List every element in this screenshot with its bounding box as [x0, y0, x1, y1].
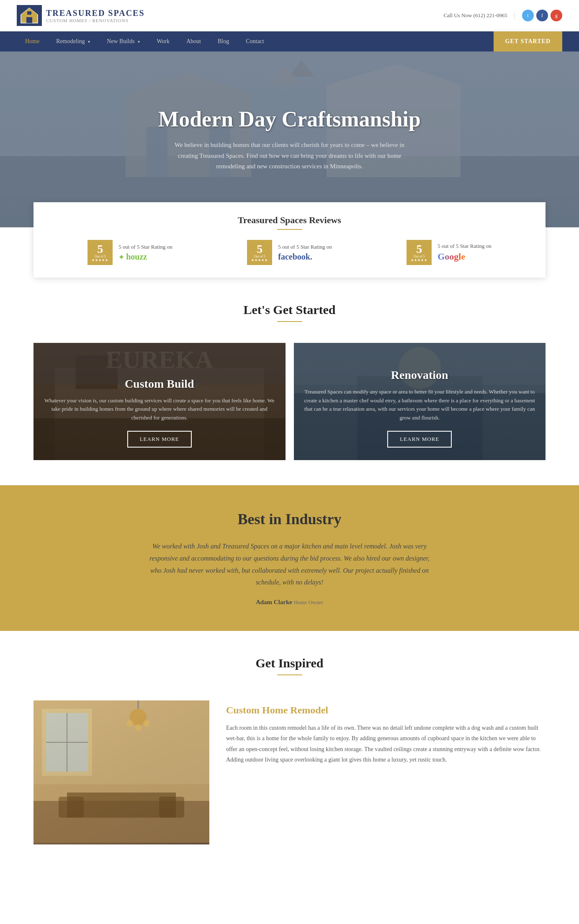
houzz-stars: ★★★★★: [92, 258, 108, 262]
best-in-industry-title: Best in Industry: [50, 510, 529, 528]
inspired-title-area: Get Inspired: [33, 656, 546, 688]
svg-rect-1: [26, 17, 32, 23]
inspired-article-text: Each room in this custom remodel has a l…: [226, 723, 546, 765]
brand-sub: CUSTOM HOMES / RENOVATIONS: [46, 18, 145, 23]
reviews-divider: [277, 229, 302, 230]
nav-item-work[interactable]: Work: [148, 31, 178, 51]
inspired-divider: [277, 674, 302, 675]
svg-point-34: [135, 724, 142, 731]
facebook-badge: 5 Out of 5 ★★★★★: [247, 240, 272, 265]
google-info: 5 out of 5 Star Rating on Google: [437, 243, 492, 262]
logo-icon: [17, 5, 42, 26]
review-item-houzz: 5 Out of 5 ★★★★★ 5 out of 5 Star Rating …: [87, 240, 172, 265]
hero-section: Modern Day Craftsmanship We believe in b…: [0, 51, 579, 227]
inspired-image: [33, 700, 209, 844]
author-name: Adam Clarke: [256, 599, 292, 605]
facebook-info: 5 out of 5 Star Rating on facebook.: [278, 244, 332, 262]
custom-build-text: Whatever your vision is, our custom buil…: [42, 396, 277, 422]
renovation-title: Renovation: [302, 368, 538, 382]
twitter-icon[interactable]: t: [522, 10, 534, 21]
logo-text: TREASURED SPACES CUSTOM HOMES / RENOVATI…: [46, 8, 145, 23]
svg-point-32: [126, 720, 133, 727]
nav-item-about[interactable]: About: [178, 31, 209, 51]
best-in-industry-author: Adam Clarke Home Owner: [50, 599, 529, 606]
houzz-badge: 5 Out of 5 ★★★★★: [87, 240, 113, 265]
custom-build-content: Custom Build Whatever your vision is, ou…: [33, 369, 286, 460]
houzz-info: 5 out of 5 Star Rating on ✦ houzz: [118, 244, 172, 262]
custom-build-learn-more[interactable]: LEARN MORE: [127, 431, 192, 448]
google-stars: ★★★★★: [411, 258, 427, 262]
phone-number: Call Us Now (612) 221-0965: [443, 12, 507, 19]
google-out-of: Out of 5: [414, 255, 425, 258]
renovation-learn-more[interactable]: LEARN MORE: [387, 431, 452, 448]
author-role-label: Home Owner: [294, 599, 323, 605]
nav-item-contact[interactable]: Contact: [237, 31, 273, 51]
dropdown-arrow: ▾: [88, 39, 90, 44]
best-in-industry-quote: We worked with Josh and Treasured Spaces…: [147, 541, 432, 589]
renovation-text: Treasured Spaces can modify any space or…: [302, 388, 538, 422]
inspired-section: Get Inspired: [0, 631, 579, 870]
svg-rect-38: [159, 797, 184, 818]
service-card-custom-build[interactable]: EUREKA CONSTRUCTION, INC Custom Build Wh…: [33, 343, 286, 460]
renovation-content: Renovation Treasured Spaces can modify a…: [294, 360, 546, 460]
facebook-text: 5 out of 5 Star Rating on: [278, 244, 332, 250]
section-divider: [277, 321, 302, 322]
google-text: 5 out of 5 Star Rating on: [437, 243, 492, 250]
reviews-grid: 5 Out of 5 ★★★★★ 5 out of 5 Star Rating …: [50, 240, 529, 265]
nav-items: Home Remodeling ▾ New Builds ▾ Work Abou…: [17, 31, 494, 51]
svg-point-33: [143, 720, 150, 727]
svg-rect-37: [59, 797, 84, 818]
review-item-facebook: 5 Out of 5 ★★★★★ 5 out of 5 Star Rating …: [247, 240, 332, 265]
get-started-button[interactable]: GET STARTED: [494, 31, 562, 51]
divider: |: [514, 12, 515, 19]
custom-build-title: Custom Build: [42, 377, 277, 391]
brand-name: TREASURED SPACES: [46, 8, 145, 18]
facebook-score: 5: [257, 243, 262, 255]
social-icons: t f g: [522, 10, 562, 21]
inspired-text-area: Custom Home Remodel Each room in this cu…: [226, 700, 546, 844]
nav-item-blog[interactable]: Blog: [209, 31, 237, 51]
facebook-platform-label: facebook.: [278, 252, 332, 262]
google-platform-label: Google: [437, 251, 492, 262]
google-score: 5: [416, 243, 422, 255]
hero-title: Modern Day Craftsmanship: [158, 107, 421, 131]
nav-item-new-builds[interactable]: New Builds ▾: [98, 31, 148, 51]
dropdown-arrow: ▾: [138, 39, 140, 44]
get-started-section: Let's Get Started: [0, 278, 579, 335]
best-in-industry-section: Best in Industry We worked with Josh and…: [0, 485, 579, 631]
inspired-article-title: Custom Home Remodel: [226, 705, 546, 716]
service-card-renovation[interactable]: Renovation Treasured Spaces can modify a…: [294, 343, 546, 460]
facebook-icon[interactable]: f: [536, 10, 548, 21]
logo[interactable]: TREASURED SPACES CUSTOM HOMES / RENOVATI…: [17, 5, 145, 26]
review-item-google: 5 Out of 5 ★★★★★ 5 out of 5 Star Rating …: [407, 240, 492, 265]
facebook-out-of: Out of 5: [254, 255, 265, 258]
section-title-get-started: Let's Get Started: [0, 303, 579, 317]
service-cards: EUREKA CONSTRUCTION, INC Custom Build Wh…: [0, 335, 579, 485]
top-right: Call Us Now (612) 221-0965 | t f g: [443, 10, 562, 21]
reviews-section: Treasured Spaces Reviews 5 Out of 5 ★★★★…: [33, 202, 546, 278]
houzz-out-of: Out of 5: [95, 255, 106, 258]
inspired-title: Get Inspired: [33, 656, 546, 670]
houzz-score: 5: [97, 243, 103, 255]
hero-subtitle: We believe in building homes that our cl…: [164, 140, 415, 172]
reviews-title: Treasured Spaces Reviews: [50, 215, 529, 226]
nav-item-remodeling[interactable]: Remodeling ▾: [48, 31, 98, 51]
houzz-platform-label: ✦ houzz: [118, 252, 172, 262]
facebook-stars: ★★★★★: [251, 258, 268, 262]
google-badge: 5 Out of 5 ★★★★★: [407, 240, 432, 265]
nav-item-home[interactable]: Home: [17, 31, 48, 51]
top-bar: TREASURED SPACES CUSTOM HOMES / RENOVATI…: [0, 0, 579, 31]
svg-rect-3: [27, 11, 31, 15]
google-icon[interactable]: g: [551, 10, 562, 21]
hero-content: Modern Day Craftsmanship We believe in b…: [125, 107, 454, 172]
navigation: Home Remodeling ▾ New Builds ▾ Work Abou…: [0, 31, 579, 51]
inspired-content: Custom Home Remodel Each room in this cu…: [33, 700, 546, 844]
houzz-text: 5 out of 5 Star Rating on: [118, 244, 172, 250]
